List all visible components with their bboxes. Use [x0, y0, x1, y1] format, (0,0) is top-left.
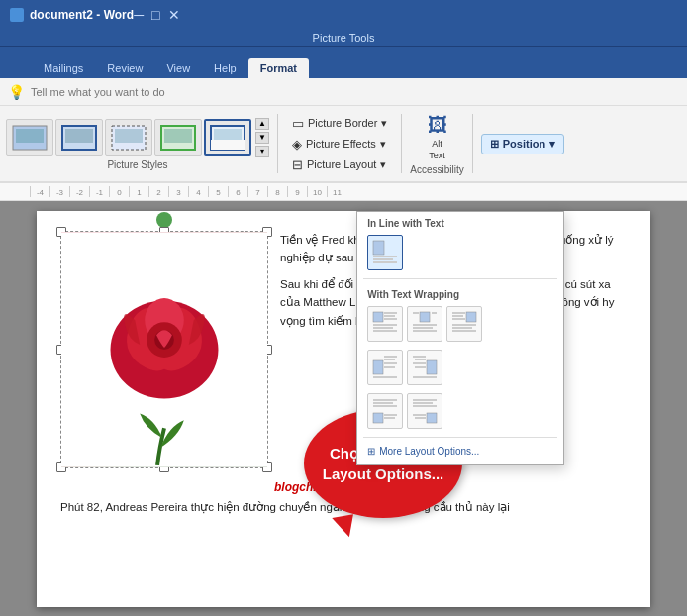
title-bar-left: document2 - Word — [10, 8, 134, 22]
styles-scroll-down[interactable]: ▼ — [255, 132, 269, 144]
tab-help[interactable]: Help — [202, 58, 248, 78]
picture-border-label: Picture Border — [308, 117, 377, 129]
wrap-middle-right-button[interactable] — [407, 350, 442, 385]
svg-rect-34 — [452, 330, 476, 332]
svg-rect-55 — [413, 402, 433, 404]
picture-styles-arrows: ▲ ▼ ▾ — [255, 118, 269, 157]
rotate-handle[interactable] — [156, 212, 172, 228]
wrap-row-2 — [357, 346, 563, 389]
svg-rect-12 — [373, 256, 397, 257]
picture-effects-label: Picture Effects — [306, 138, 376, 150]
svg-rect-3 — [65, 129, 93, 143]
alt-text-button[interactable]: 🖼 Alt Text — [416, 113, 459, 162]
svg-rect-37 — [384, 359, 395, 360]
picture-effects-icon: ◈ — [292, 137, 302, 152]
wrap-row-3 — [357, 389, 563, 433]
svg-rect-52 — [384, 417, 395, 419]
picture-layout-icon: ⊟ — [292, 157, 303, 172]
picture-tools-label: Picture Tools — [313, 32, 375, 44]
picture-effects-button[interactable]: ◈ Picture Effects ▾ — [286, 135, 393, 154]
svg-rect-45 — [415, 366, 426, 368]
inline-text-button[interactable] — [367, 235, 403, 270]
wrap-top-right-button[interactable] — [446, 306, 482, 342]
wrap-bottom-right-button[interactable] — [407, 393, 442, 429]
alt-text-icon: 🖼 — [428, 114, 447, 137]
picture-layout-button[interactable]: ⊟ Picture Layout ▾ — [286, 155, 393, 174]
svg-rect-17 — [384, 315, 395, 317]
position-label: Position — [503, 138, 545, 150]
svg-rect-42 — [413, 356, 426, 358]
ribbon-tabs: Mailings Review View Help Format — [0, 47, 687, 78]
svg-rect-39 — [384, 366, 395, 368]
wrap-top-center-button[interactable] — [407, 306, 442, 342]
divider-1 — [277, 114, 278, 173]
picture-styles-row: ▲ ▼ ▾ — [6, 118, 269, 157]
style-thumb-1[interactable] — [6, 119, 53, 156]
border-dropdown-icon[interactable]: ▾ — [381, 117, 387, 130]
ruler: -4 -3 -2 -1 0 1 2 3 4 5 6 7 8 9 10 11 — [0, 183, 687, 201]
rose-image — [61, 232, 267, 467]
divider-3 — [472, 114, 473, 173]
svg-rect-36 — [384, 356, 397, 358]
tab-mailings[interactable]: Mailings — [32, 58, 95, 78]
svg-rect-19 — [373, 324, 397, 326]
maximize-icon[interactable]: □ — [151, 7, 159, 23]
search-input[interactable] — [31, 86, 679, 98]
style-thumb-2[interactable] — [55, 119, 103, 156]
ruler-mark: 6 — [228, 186, 247, 197]
svg-rect-13 — [373, 258, 393, 260]
style-thumb-5[interactable] — [204, 119, 251, 156]
tab-format[interactable]: Format — [248, 58, 309, 78]
position-icon: ⊞ — [490, 138, 499, 151]
ruler-mark: 9 — [287, 186, 307, 197]
svg-rect-7 — [164, 129, 192, 143]
picture-border-button[interactable]: ▭ Picture Border ▾ — [286, 114, 393, 133]
ruler-mark: -3 — [49, 186, 69, 197]
styles-more[interactable]: ▾ — [255, 146, 269, 157]
svg-rect-24 — [432, 312, 437, 314]
svg-rect-49 — [373, 402, 393, 404]
svg-rect-28 — [466, 312, 476, 322]
svg-rect-58 — [415, 417, 426, 419]
title-bar: document2 - Word ─ □ ✕ — [0, 0, 687, 30]
ruler-mark: -1 — [89, 186, 109, 197]
ruler-mark: 5 — [208, 186, 228, 197]
wrap-section-title: With Text Wrapping — [357, 283, 563, 302]
close-icon[interactable]: ✕ — [168, 7, 180, 23]
tab-home[interactable] — [8, 70, 32, 78]
wrap-middle-left-button[interactable] — [367, 350, 403, 385]
wrap-top-left-button[interactable] — [367, 306, 403, 342]
svg-rect-21 — [373, 330, 397, 332]
svg-rect-41 — [427, 360, 437, 374]
panel-divider-1 — [363, 278, 557, 279]
position-panel: In Line with Text With Text Wrapping — [356, 211, 564, 465]
document-area: Chọn vào More Layout Options... Tiền vệ … — [0, 201, 687, 616]
inline-section-title: In Line with Text — [357, 212, 563, 231]
image-container[interactable] — [60, 231, 268, 468]
svg-rect-32 — [452, 324, 476, 326]
svg-rect-46 — [413, 376, 437, 378]
styles-scroll-up[interactable]: ▲ — [255, 118, 269, 130]
style-thumb-3[interactable] — [105, 119, 152, 156]
ruler-mark: 3 — [168, 186, 188, 197]
svg-rect-53 — [427, 413, 437, 423]
more-layout-options-button[interactable]: ⊞ More Layout Options... — [357, 442, 563, 464]
wrap-bottom-left-button[interactable] — [367, 393, 403, 429]
svg-rect-47 — [373, 413, 383, 423]
effects-dropdown-icon[interactable]: ▾ — [380, 138, 386, 151]
picture-styles-section: ▲ ▼ ▾ Picture Styles — [6, 118, 269, 170]
layout-dropdown-icon[interactable]: ▾ — [380, 158, 386, 171]
ruler-mark: 11 — [327, 186, 346, 197]
tab-review[interactable]: Review — [95, 58, 154, 78]
position-button[interactable]: ⊞ Position ▾ — [481, 134, 564, 154]
minimize-icon[interactable]: ─ — [134, 7, 144, 23]
ruler-mark: 7 — [247, 186, 267, 197]
title-bar-controls[interactable]: ─ □ ✕ — [134, 7, 179, 23]
ruler-mark: 4 — [188, 186, 208, 197]
style-thumb-4[interactable] — [154, 119, 202, 156]
svg-rect-26 — [413, 327, 433, 329]
ruler-mark: 10 — [307, 186, 327, 197]
tab-view[interactable]: View — [154, 58, 202, 78]
inline-row — [357, 231, 563, 274]
panel-divider-2 — [363, 437, 557, 438]
